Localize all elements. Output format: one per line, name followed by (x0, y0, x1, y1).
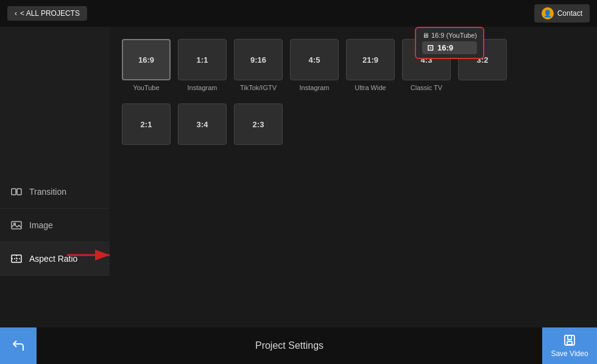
aspect-box-1-1: 1:1 (178, 39, 227, 80)
contact-button[interactable]: 👤 Contact (534, 4, 590, 23)
aspect-box-16-9: 16:9 (122, 39, 171, 80)
svg-rect-6 (12, 222, 21, 229)
arrow-svg (67, 249, 116, 261)
aspect-card-4-5[interactable]: 4:5Instagram (290, 39, 339, 91)
monitor-icon: 🖥 (422, 32, 429, 39)
aspect-card-21-9[interactable]: 21:9Ultra Wide (346, 39, 395, 91)
sidebar-item-transition[interactable]: Transition (0, 175, 110, 209)
aspect-box-4-5: 4:5 (290, 39, 339, 80)
aspect-box-r2-3-4: 3:4 (178, 103, 227, 145)
transition-label: Transition (29, 187, 66, 197)
aspect-label-2: TikTok/IGTV (240, 84, 277, 91)
aspect-label-4: Ultra Wide (355, 84, 386, 91)
transition-icon (10, 185, 23, 198)
aspect-ratio-grid-row1: 16:9YouTube1:1Instagram9:16TikTok/IGTV4:… (110, 27, 597, 103)
aspect-box-r2-2-3: 2:3 (234, 103, 283, 145)
aspect-label-3: Instagram (300, 84, 330, 91)
aspect-label-1: Instagram (188, 84, 217, 91)
aspect-ratio-icon (10, 252, 23, 265)
back-label: < ALL PROJECTS (20, 9, 80, 18)
project-settings-label: Project Settings (255, 340, 323, 351)
bottom-bar: Project Settings Save Video (0, 327, 597, 364)
aspect-icon: ⊡ (427, 43, 434, 52)
sidebar-item-image[interactable]: Image (0, 209, 110, 242)
aspect-tooltip: 🖥 16:9 (YouTube) ⊡ 16:9 (415, 27, 484, 59)
undo-icon (11, 338, 26, 353)
aspect-card-16-9[interactable]: 16:9YouTube (122, 39, 171, 91)
transition-svg (10, 186, 23, 198)
aspect-ratio-grid-row2: 2:13:42:3 (110, 103, 597, 157)
aspect-card-r2-2-3[interactable]: 2:3 (234, 103, 283, 145)
sidebar-tools: Transition Image Aspect Ratio (0, 27, 110, 276)
aspect-box-r2-2-1: 2:1 (122, 103, 171, 145)
svg-rect-4 (17, 189, 21, 195)
tooltip-value-text: 16:9 (437, 43, 453, 52)
aspect-label-0: YouTube (133, 84, 159, 91)
tooltip-title: 🖥 16:9 (YouTube) (422, 32, 477, 39)
aspect-svg (10, 253, 23, 265)
arrow-indicator (67, 249, 116, 264)
back-button[interactable]: ‹ < ALL PROJECTS (7, 6, 87, 21)
svg-rect-13 (565, 335, 574, 345)
save-video-label: Save Video (551, 349, 588, 358)
contact-label: Contact (557, 9, 582, 18)
image-label: Image (29, 220, 53, 230)
save-video-button[interactable]: Save Video (542, 327, 597, 364)
image-svg (10, 219, 23, 231)
main-content: 16:9YouTube1:1Instagram9:16TikTok/IGTV4:… (110, 27, 597, 327)
aspect-card-r2-2-1[interactable]: 2:1 (122, 103, 171, 145)
aspect-card-1-1[interactable]: 1:1Instagram (178, 39, 227, 91)
aspect-card-9-16[interactable]: 9:16TikTok/IGTV (234, 39, 283, 91)
svg-rect-14 (567, 341, 572, 345)
aspect-box-9-16: 9:16 (234, 39, 283, 80)
tooltip-title-text: 16:9 (YouTube) (431, 32, 477, 39)
svg-rect-3 (12, 189, 16, 195)
contact-avatar: 👤 (542, 7, 554, 19)
bottom-center: Project Settings (255, 340, 323, 351)
aspect-label-5: Classic TV (411, 84, 442, 91)
aspect-card-r2-3-4[interactable]: 3:4 (178, 103, 227, 145)
aspect-box-21-9: 21:9 (346, 39, 395, 80)
bottom-left (0, 327, 37, 364)
chevron-left-icon: ‹ (15, 9, 17, 18)
bottom-undo-button[interactable] (0, 327, 37, 364)
tooltip-value-row: ⊡ 16:9 (422, 41, 477, 54)
save-video-icon (563, 334, 576, 347)
header-bar: ‹ < ALL PROJECTS 👤 Contact (0, 0, 597, 27)
image-icon (10, 219, 23, 232)
